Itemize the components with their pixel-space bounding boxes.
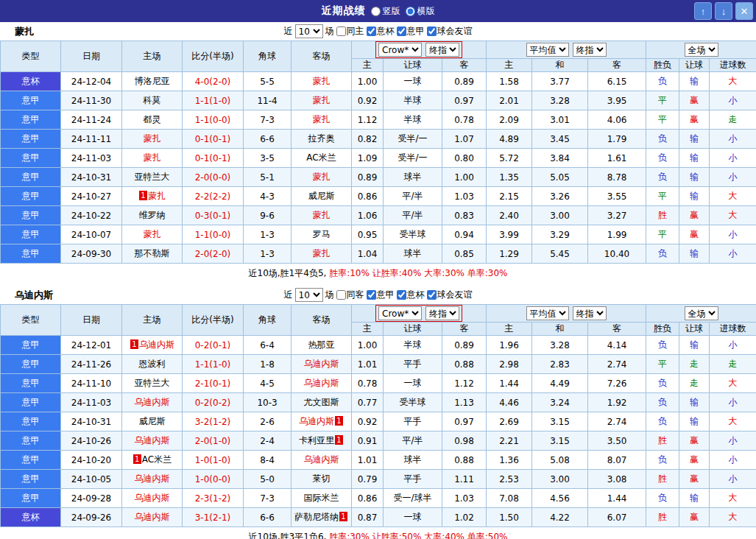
- layout-radio-horizontal[interactable]: 横版: [406, 5, 435, 18]
- handicap-result-cell: 赢: [679, 206, 710, 225]
- score-cell: 0-1(0-1): [183, 149, 244, 168]
- filter-checkbox-input[interactable]: [336, 290, 346, 300]
- match-row: 意甲24-10-22维罗纳0-3(0-1)9-6蒙扎1.06平/半0.832.4…: [1, 206, 756, 225]
- away-team-cell: 莱切: [292, 470, 352, 489]
- ah-away-odds: 1.11: [442, 470, 487, 489]
- layout-radio-vertical[interactable]: 竖版: [371, 5, 400, 18]
- filter-checkbox-input[interactable]: [397, 290, 406, 300]
- games-count-select[interactable]: 10: [295, 24, 323, 38]
- filter-checkbox-input[interactable]: [367, 290, 376, 300]
- league-type-cell: 意甲: [1, 489, 61, 508]
- filter-checkbox-label: 意杯: [377, 25, 395, 38]
- ah-home-odds: 0.79: [352, 470, 384, 489]
- date-cell: 24-12-01: [61, 336, 122, 355]
- filter-checkbox[interactable]: 意杯: [367, 25, 395, 38]
- europe-avg-select[interactable]: 平均值: [526, 43, 569, 57]
- goals-result-cell: 走: [710, 110, 756, 130]
- league-type-cell: 意杯: [1, 508, 61, 527]
- league-type-cell: 意甲: [1, 355, 61, 374]
- summary-line: 近10场,胜1平4负5, 胜率:10% 让胜率:40% 大率:30% 单率:30…: [0, 264, 756, 283]
- scope-select[interactable]: 全场: [685, 43, 718, 57]
- filter-checkbox-input[interactable]: [367, 27, 376, 36]
- column-header: 客: [588, 323, 646, 336]
- filter-checkbox-input[interactable]: [427, 290, 437, 300]
- date-cell: 24-10-07: [61, 225, 122, 244]
- column-header: 主: [487, 323, 532, 336]
- eu-draw-odds: 5.05: [532, 168, 588, 187]
- column-header: 胜负: [646, 323, 679, 336]
- filter-checkbox-input[interactable]: [427, 27, 437, 36]
- filter-checkbox[interactable]: 球会友谊: [427, 25, 473, 38]
- filter-checkbox[interactable]: 意甲: [397, 25, 425, 38]
- eu-away-odds: 1.92: [588, 393, 646, 412]
- ah-away-odds: 1.03: [442, 489, 487, 508]
- europe-avg-select[interactable]: 平均值: [526, 306, 569, 320]
- corners-cell: 7-3: [244, 489, 292, 508]
- eu-draw-odds: 3.24: [532, 393, 588, 412]
- corners-cell: 3-5: [244, 149, 292, 168]
- date-cell: 24-10-26: [61, 431, 122, 451]
- ah-away-odds: 1.13: [442, 393, 487, 412]
- eu-home-odds: 4.89: [487, 130, 532, 149]
- column-header: 客: [442, 323, 487, 336]
- goals-result-cell: 小: [710, 225, 756, 244]
- eu-away-odds: 6.15: [588, 72, 646, 91]
- scroll-up-button[interactable]: ↑: [694, 2, 712, 20]
- close-button[interactable]: ✕: [735, 2, 753, 20]
- filter-checkbox[interactable]: 球会友谊: [427, 289, 473, 301]
- eu-away-odds: 3.55: [588, 187, 646, 206]
- filter-checkbox-label: 意甲: [377, 289, 395, 301]
- match-row: 意甲24-10-31威尼斯3-2(1-2)2-6乌迪内斯10.92平手0.972…: [1, 412, 756, 431]
- near-label: 近: [284, 289, 293, 301]
- bookmaker-select[interactable]: Crow*: [378, 306, 422, 320]
- match-row: 意甲24-10-271蒙扎2-2(2-2)4-3威尼斯0.86平/半1.032.…: [1, 187, 756, 206]
- ah-home-odds: 0.92: [352, 91, 384, 110]
- corners-cell: 2-4: [244, 431, 292, 451]
- league-type-cell: 意甲: [1, 91, 61, 110]
- filter-checkbox[interactable]: 意甲: [367, 289, 395, 301]
- wdl-result-cell: 负: [646, 489, 679, 508]
- filter-checkbox[interactable]: 同客: [336, 289, 364, 301]
- ah-line: 平手: [384, 355, 442, 374]
- games-count-select[interactable]: 10: [295, 288, 323, 302]
- match-row: 意甲24-10-07蒙扎1-1(0-0)1-3罗马0.95受半球0.943.99…: [1, 225, 756, 244]
- match-row: 意甲24-11-03乌迪内斯0-2(0-2)10-3尤文图斯0.77受半球1.1…: [1, 393, 756, 412]
- handicap-result-cell: 输: [679, 130, 710, 149]
- date-cell: 24-11-11: [61, 130, 122, 149]
- bookmaker-highlight-box: Crow*终指: [375, 41, 462, 58]
- wdl-result-cell: 负: [646, 412, 679, 431]
- corners-cell: 7-3: [244, 110, 292, 130]
- bookmaker-select[interactable]: Crow*: [378, 43, 422, 57]
- filter-checkbox-input[interactable]: [336, 27, 346, 36]
- ah-line: 受半球: [384, 393, 442, 412]
- home-team-cell: 维罗纳: [122, 206, 183, 225]
- bookmaker-index-select[interactable]: 终指: [425, 43, 459, 57]
- bookmaker-index-select[interactable]: 终指: [425, 306, 459, 320]
- league-type-cell: 意甲: [1, 110, 61, 130]
- eu-draw-odds: 3.26: [532, 187, 588, 206]
- filter-checkbox-label: 同客: [347, 289, 364, 301]
- europe-index-select[interactable]: 终指: [573, 43, 607, 57]
- europe-index-select[interactable]: 终指: [573, 306, 607, 320]
- summary-rates: 胜率:10% 让胜率:40% 大率:30% 单率:30%: [329, 268, 507, 278]
- horizontal-radio-input[interactable]: [406, 7, 415, 16]
- filter-checkbox-input[interactable]: [397, 27, 406, 36]
- handicap-result-cell: 输: [679, 72, 710, 91]
- filter-checkbox[interactable]: 同主: [336, 25, 364, 38]
- league-type-cell: 意甲: [1, 168, 61, 187]
- filter-checkbox[interactable]: 意杯: [397, 289, 425, 301]
- team-name: 亚特兰大: [135, 378, 170, 388]
- team-name: 乌迪内斯: [139, 339, 174, 350]
- score-cell: 2-1(0-1): [183, 374, 244, 393]
- date-cell: 24-11-30: [61, 91, 122, 110]
- scroll-down-button[interactable]: ↓: [715, 2, 732, 20]
- scope-select[interactable]: 全场: [685, 306, 718, 320]
- league-type-cell: 意杯: [1, 72, 61, 91]
- goals-result-cell: 大: [710, 508, 756, 527]
- column-header: 胜负: [646, 59, 679, 72]
- vertical-radio-input[interactable]: [371, 7, 381, 16]
- ah-line: 球半: [384, 168, 442, 187]
- team-name: 那不勒斯: [135, 248, 170, 258]
- ah-home-odds: 0.82: [352, 130, 384, 149]
- corners-cell: 5-5: [244, 72, 292, 91]
